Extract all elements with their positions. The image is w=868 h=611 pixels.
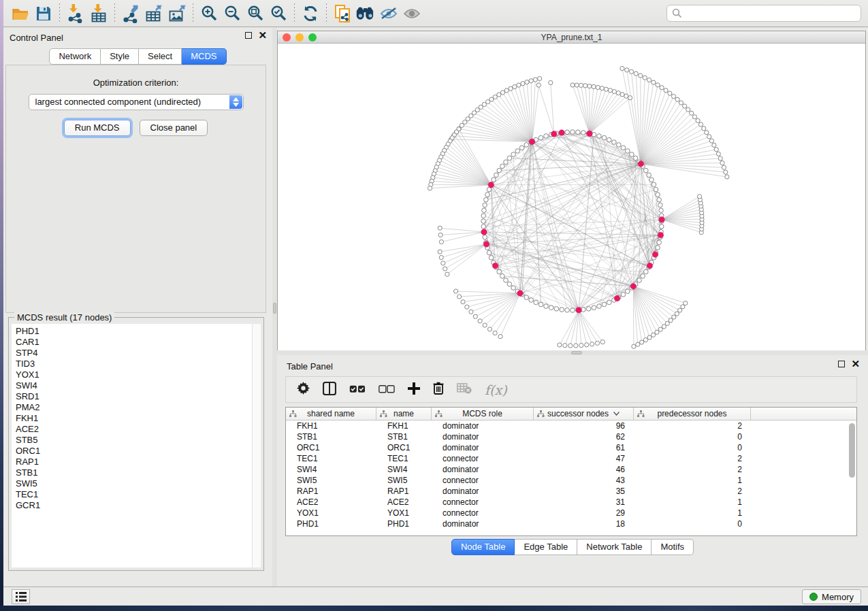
import-network-icon[interactable] <box>64 3 87 24</box>
table-row[interactable]: SWI4SWI4dominator462 <box>286 464 856 475</box>
table-cell: dominator <box>432 518 534 529</box>
splitter-grip[interactable] <box>571 351 582 354</box>
tab-select[interactable]: Select <box>139 48 182 65</box>
tab-edge-table[interactable]: Edge Table <box>515 539 577 555</box>
control-panel-tabs: NetworkStyleSelectMCDS <box>49 48 226 65</box>
mcds-result-list[interactable]: PHD1CAR1STP4TID3YOX1SWI4SRD1PMA2FKH1ACE2… <box>12 324 252 567</box>
export-network-icon[interactable] <box>119 3 142 24</box>
close-panel-icon[interactable]: ✕ <box>258 32 267 39</box>
close-panel-icon[interactable]: ✕ <box>851 361 860 367</box>
deselect-all-icon[interactable] <box>379 384 395 396</box>
tab-mcds[interactable]: MCDS <box>182 48 226 65</box>
table-cell: dominator <box>432 420 534 431</box>
table-row[interactable]: ACE2ACE2connector311 <box>286 497 856 508</box>
search-input[interactable] <box>666 5 861 22</box>
mcds-result-item[interactable]: RAP1 <box>16 457 252 467</box>
mcds-result-item[interactable]: STB1 <box>16 467 252 478</box>
float-panel-icon[interactable] <box>838 361 845 367</box>
export-image-icon[interactable] <box>165 3 189 24</box>
delete-table-icon[interactable] <box>457 383 472 397</box>
result-list-scrollbar[interactable] <box>252 324 261 567</box>
vertical-splitter[interactable] <box>272 27 277 587</box>
export-table-icon[interactable] <box>142 3 165 24</box>
column-header-shared-name[interactable]: shared name <box>286 408 376 420</box>
mcds-result-item[interactable]: SRD1 <box>16 391 252 402</box>
mcds-result-item[interactable]: GCR1 <box>16 500 252 511</box>
open-folder-icon[interactable] <box>9 3 32 24</box>
search-network-icon[interactable] <box>354 3 377 24</box>
table-row[interactable]: RAP1RAP1dominator352 <box>286 486 856 497</box>
table-cell: 0 <box>634 518 751 529</box>
tab-style[interactable]: Style <box>101 48 139 65</box>
horizontal-splitter[interactable] <box>277 350 868 355</box>
mcds-result-item[interactable]: ACE2 <box>16 424 252 435</box>
hide-selected-icon[interactable] <box>377 3 400 24</box>
table-row[interactable]: SWI5SWI5connector431 <box>286 475 856 486</box>
network-from-clipboard-icon[interactable] <box>331 3 354 24</box>
table-cell: RAP1 <box>286 486 376 497</box>
table-row[interactable]: ORC1ORC1dominator610 <box>286 442 856 453</box>
mcds-result-item[interactable]: SWI4 <box>16 380 252 391</box>
table-scrollbar[interactable] <box>848 422 856 534</box>
network-window-title: YPA_prune.txt_1 <box>278 33 865 42</box>
mcds-result-item[interactable]: FKH1 <box>16 413 252 424</box>
run-mcds-button[interactable]: Run MCDS <box>64 120 131 136</box>
mcds-result-item[interactable]: TEC1 <box>16 489 252 500</box>
tab-motifs[interactable]: Motifs <box>652 539 694 555</box>
refresh-icon[interactable] <box>299 3 322 24</box>
float-panel-icon[interactable] <box>245 32 252 39</box>
column-header-predecessor-nodes[interactable]: predecessor nodes <box>634 408 751 420</box>
table-row[interactable]: STB1STB1dominator620 <box>286 431 856 442</box>
network-graph[interactable] <box>278 44 865 380</box>
table-cell: 62 <box>534 431 634 442</box>
table-row[interactable]: PHD1PHD1dominator180 <box>286 518 856 529</box>
table-cell: YOX1 <box>286 508 376 518</box>
tab-network-table[interactable]: Network Table <box>577 539 652 555</box>
table-row[interactable]: TEC1TEC1connector472 <box>286 453 856 464</box>
show-panels-button[interactable] <box>12 589 30 604</box>
network-canvas[interactable] <box>278 44 865 380</box>
function-builder-icon[interactable]: f(x) <box>485 382 507 397</box>
zoom-out-icon[interactable] <box>221 3 244 24</box>
delete-icon[interactable] <box>433 382 444 397</box>
select-all-icon[interactable] <box>349 384 366 396</box>
mcds-result-item[interactable]: YOX1 <box>16 369 252 380</box>
table-cell: dominator <box>432 442 534 453</box>
table-cell: 2 <box>634 453 751 464</box>
mcds-result-item[interactable]: PMA2 <box>16 402 252 413</box>
table-row[interactable]: YOX1YOX1connector291 <box>286 508 856 518</box>
show-all-icon[interactable] <box>400 3 423 24</box>
table-row[interactable]: FKH1FKH1dominator962 <box>286 420 856 431</box>
table-cell: connector <box>432 453 534 464</box>
list-icon <box>16 592 27 601</box>
criterion-value: largest connected component (undirected) <box>29 95 243 110</box>
zoom-fit-icon[interactable] <box>244 3 267 24</box>
criterion-dropdown[interactable]: largest connected component (undirected) <box>29 94 244 110</box>
memory-button[interactable]: Memory <box>802 589 861 604</box>
mcds-result-item[interactable]: PHD1 <box>16 326 252 337</box>
column-header-MCDS-role[interactable]: MCDS role <box>432 408 534 420</box>
splitter-grip[interactable] <box>273 303 276 314</box>
mcds-result-item[interactable]: ORC1 <box>16 446 252 457</box>
tab-node-table[interactable]: Node Table <box>451 539 515 555</box>
search-field[interactable] <box>686 8 861 18</box>
mcds-result-item[interactable]: STP4 <box>16 348 252 359</box>
column-header-successor-nodes[interactable]: successor nodes <box>534 408 634 420</box>
import-table-icon[interactable] <box>87 3 110 24</box>
gear-icon[interactable] <box>297 382 310 397</box>
mcds-result-item[interactable]: TID3 <box>16 359 252 369</box>
column-header-name[interactable]: name <box>376 408 432 420</box>
table-header-row: shared namenameMCDS rolesuccessor nodesp… <box>286 408 856 420</box>
save-icon[interactable] <box>32 3 55 24</box>
split-columns-icon[interactable] <box>323 382 336 398</box>
table-cell: FKH1 <box>286 420 376 431</box>
tab-network[interactable]: Network <box>49 48 101 65</box>
mcds-result-item[interactable]: SWI5 <box>16 478 252 489</box>
zoom-in-icon[interactable] <box>197 3 221 24</box>
mcds-result-item[interactable]: STB5 <box>16 435 252 446</box>
close-panel-button[interactable]: Close panel <box>140 120 208 136</box>
zoom-selected-icon[interactable] <box>267 3 290 24</box>
scrollbar-thumb[interactable] <box>849 423 855 478</box>
add-icon[interactable] <box>408 382 420 397</box>
mcds-result-item[interactable]: CAR1 <box>16 337 252 348</box>
